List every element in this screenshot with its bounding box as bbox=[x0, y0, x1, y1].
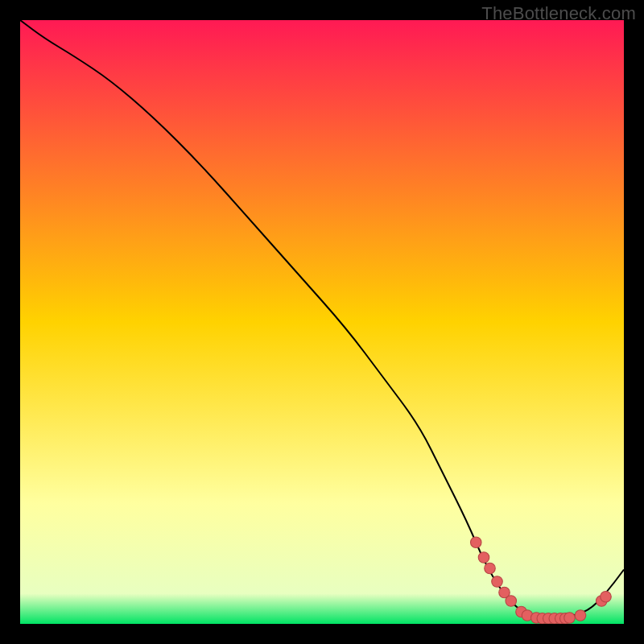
highlight-dot bbox=[575, 610, 586, 621]
highlight-dot bbox=[601, 592, 612, 603]
gradient-background bbox=[20, 20, 624, 624]
highlight-dot bbox=[485, 563, 496, 574]
watermark-text: TheBottleneck.com bbox=[481, 3, 636, 24]
chart-frame: TheBottleneck.com bbox=[0, 0, 644, 644]
chart-svg bbox=[20, 20, 624, 624]
highlight-dot bbox=[492, 576, 503, 588]
plot-area bbox=[20, 20, 624, 624]
highlight-dot bbox=[471, 537, 482, 548]
highlight-dot bbox=[506, 596, 517, 607]
highlight-dot bbox=[478, 552, 489, 564]
highlight-dot bbox=[564, 613, 576, 624]
